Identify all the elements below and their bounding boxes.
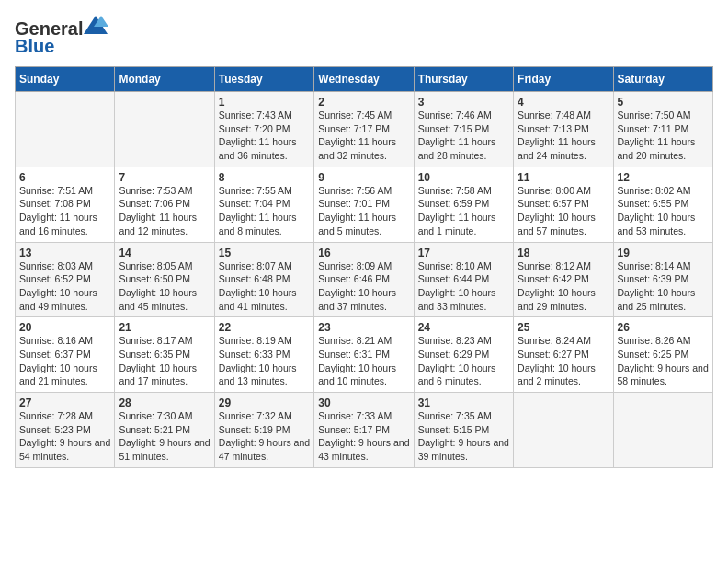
day-number: 8 [219,171,310,184]
calendar-cell: 30Sunrise: 7:33 AM Sunset: 5:17 PM Dayli… [314,393,414,468]
day-info: Sunrise: 7:50 AM Sunset: 7:11 PM Dayligh… [618,109,709,163]
day-number: 9 [318,171,409,184]
calendar-header-thursday: Thursday [414,67,513,92]
day-info: Sunrise: 8:16 AM Sunset: 6:37 PM Dayligh… [19,334,110,388]
calendar-cell: 15Sunrise: 8:07 AM Sunset: 6:48 PM Dayli… [214,242,313,317]
calendar-cell: 5Sunrise: 7:50 AM Sunset: 7:11 PM Daylig… [613,92,712,167]
day-info: Sunrise: 7:53 AM Sunset: 7:06 PM Dayligh… [119,184,210,238]
day-number: 31 [418,396,509,409]
logo-icon [83,15,108,35]
calendar-cell: 18Sunrise: 8:12 AM Sunset: 6:42 PM Dayli… [514,242,613,317]
calendar-cell: 16Sunrise: 8:09 AM Sunset: 6:46 PM Dayli… [314,242,414,317]
day-info: Sunrise: 8:14 AM Sunset: 6:39 PM Dayligh… [618,259,709,314]
day-number: 11 [518,171,609,184]
day-info: Sunrise: 8:10 AM Sunset: 6:44 PM Dayligh… [418,259,509,314]
day-number: 30 [318,396,409,409]
day-number: 29 [219,396,310,409]
calendar-cell: 11Sunrise: 8:00 AM Sunset: 6:57 PM Dayli… [514,167,613,242]
day-number: 14 [119,247,210,259]
calendar-cell: 3Sunrise: 7:46 AM Sunset: 7:15 PM Daylig… [414,92,513,167]
calendar-cell: 28Sunrise: 7:30 AM Sunset: 5:21 PM Dayli… [115,393,214,468]
day-number: 18 [518,247,609,259]
calendar-header-monday: Monday [115,67,214,92]
day-number: 13 [19,247,110,259]
day-number: 12 [618,171,709,184]
day-number: 4 [518,96,609,109]
day-info: Sunrise: 7:45 AM Sunset: 7:17 PM Dayligh… [318,109,409,163]
day-info: Sunrise: 7:32 AM Sunset: 5:19 PM Dayligh… [219,409,310,464]
logo-blue-text: Blue [15,36,54,57]
day-info: Sunrise: 7:43 AM Sunset: 7:20 PM Dayligh… [219,109,310,163]
day-number: 24 [418,321,509,334]
day-info: Sunrise: 8:19 AM Sunset: 6:33 PM Dayligh… [219,334,310,388]
calendar-cell: 8Sunrise: 7:55 AM Sunset: 7:04 PM Daylig… [214,167,313,242]
day-number: 25 [518,321,609,334]
calendar-cell: 27Sunrise: 7:28 AM Sunset: 5:23 PM Dayli… [16,393,115,468]
day-info: Sunrise: 8:21 AM Sunset: 6:31 PM Dayligh… [318,334,409,388]
calendar-cell: 26Sunrise: 8:26 AM Sunset: 6:25 PM Dayli… [613,317,712,393]
calendar-cell: 23Sunrise: 8:21 AM Sunset: 6:31 PM Dayli… [314,317,414,393]
day-number: 2 [318,96,409,109]
day-info: Sunrise: 7:28 AM Sunset: 5:23 PM Dayligh… [19,409,110,464]
calendar-cell: 25Sunrise: 8:24 AM Sunset: 6:27 PM Dayli… [514,317,613,393]
calendar-week-2: 6Sunrise: 7:51 AM Sunset: 7:08 PM Daylig… [16,167,713,242]
day-info: Sunrise: 7:56 AM Sunset: 7:01 PM Dayligh… [318,184,409,238]
calendar-header-row: SundayMondayTuesdayWednesdayThursdayFrid… [16,67,713,92]
calendar-cell [613,393,712,468]
day-info: Sunrise: 7:51 AM Sunset: 7:08 PM Dayligh… [19,184,110,238]
calendar-header-sunday: Sunday [16,67,115,92]
calendar-cell: 1Sunrise: 7:43 AM Sunset: 7:20 PM Daylig… [214,92,313,167]
calendar-cell [115,92,214,167]
day-number: 5 [618,96,709,109]
calendar-cell: 6Sunrise: 7:51 AM Sunset: 7:08 PM Daylig… [16,167,115,242]
day-info: Sunrise: 8:03 AM Sunset: 6:52 PM Dayligh… [19,259,110,314]
calendar-cell: 4Sunrise: 7:48 AM Sunset: 7:13 PM Daylig… [514,92,613,167]
day-number: 19 [618,247,709,259]
day-number: 16 [318,247,409,259]
calendar-cell: 13Sunrise: 8:03 AM Sunset: 6:52 PM Dayli… [16,242,115,317]
calendar-table: SundayMondayTuesdayWednesdayThursdayFrid… [15,66,713,468]
day-info: Sunrise: 8:12 AM Sunset: 6:42 PM Dayligh… [518,259,609,314]
day-info: Sunrise: 8:24 AM Sunset: 6:27 PM Dayligh… [518,334,609,388]
calendar-cell: 9Sunrise: 7:56 AM Sunset: 7:01 PM Daylig… [314,167,414,242]
calendar-header-friday: Friday [514,67,613,92]
day-info: Sunrise: 7:30 AM Sunset: 5:21 PM Dayligh… [119,409,210,464]
calendar-cell [16,92,115,167]
logo: General Blue [15,15,108,57]
day-info: Sunrise: 7:46 AM Sunset: 7:15 PM Dayligh… [418,109,509,163]
day-number: 23 [318,321,409,334]
calendar-cell: 10Sunrise: 7:58 AM Sunset: 6:59 PM Dayli… [414,167,513,242]
calendar-week-3: 13Sunrise: 8:03 AM Sunset: 6:52 PM Dayli… [16,242,713,317]
day-number: 20 [19,321,110,334]
calendar-cell: 29Sunrise: 7:32 AM Sunset: 5:19 PM Dayli… [214,393,313,468]
day-number: 17 [418,247,509,259]
day-number: 3 [418,96,509,109]
calendar-cell: 20Sunrise: 8:16 AM Sunset: 6:37 PM Dayli… [16,317,115,393]
day-number: 27 [19,396,110,409]
day-info: Sunrise: 7:35 AM Sunset: 5:15 PM Dayligh… [418,409,509,464]
calendar-cell: 22Sunrise: 8:19 AM Sunset: 6:33 PM Dayli… [214,317,313,393]
calendar-week-1: 1Sunrise: 7:43 AM Sunset: 7:20 PM Daylig… [16,92,713,167]
day-info: Sunrise: 8:07 AM Sunset: 6:48 PM Dayligh… [219,259,310,314]
calendar-cell [514,393,613,468]
day-info: Sunrise: 8:17 AM Sunset: 6:35 PM Dayligh… [119,334,210,388]
calendar-cell: 17Sunrise: 8:10 AM Sunset: 6:44 PM Dayli… [414,242,513,317]
calendar-cell: 21Sunrise: 8:17 AM Sunset: 6:35 PM Dayli… [115,317,214,393]
day-number: 15 [219,247,310,259]
day-number: 21 [119,321,210,334]
day-info: Sunrise: 7:48 AM Sunset: 7:13 PM Dayligh… [518,109,609,163]
day-info: Sunrise: 7:58 AM Sunset: 6:59 PM Dayligh… [418,184,509,238]
day-number: 22 [219,321,310,334]
day-info: Sunrise: 8:23 AM Sunset: 6:29 PM Dayligh… [418,334,509,388]
day-info: Sunrise: 7:33 AM Sunset: 5:17 PM Dayligh… [318,409,409,464]
day-number: 1 [219,96,310,109]
day-info: Sunrise: 8:02 AM Sunset: 6:55 PM Dayligh… [618,184,709,238]
day-info: Sunrise: 8:09 AM Sunset: 6:46 PM Dayligh… [318,259,409,314]
calendar-cell: 19Sunrise: 8:14 AM Sunset: 6:39 PM Dayli… [613,242,712,317]
day-number: 10 [418,171,509,184]
day-info: Sunrise: 7:55 AM Sunset: 7:04 PM Dayligh… [219,184,310,238]
day-number: 7 [119,171,210,184]
calendar-cell: 7Sunrise: 7:53 AM Sunset: 7:06 PM Daylig… [115,167,214,242]
day-info: Sunrise: 8:26 AM Sunset: 6:25 PM Dayligh… [618,334,709,388]
page-header: General Blue [15,15,713,57]
